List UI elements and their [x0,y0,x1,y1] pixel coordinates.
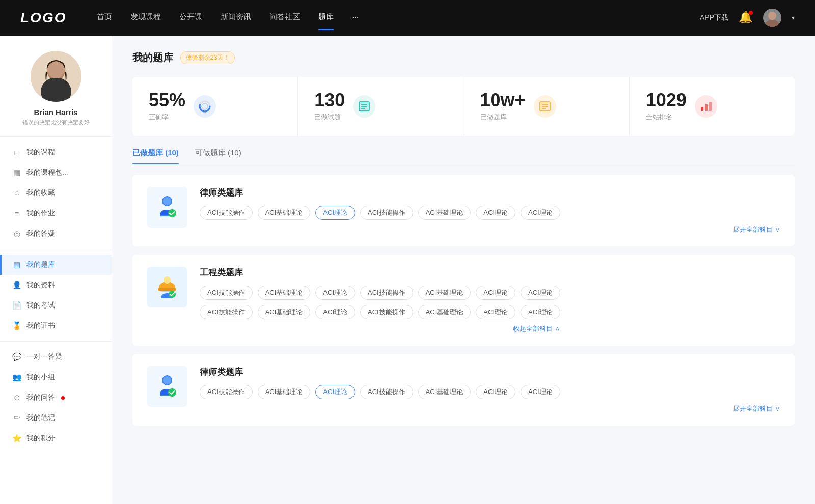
sidebar-item-exam[interactable]: 📄 我的考试 [0,295,112,316]
tab-done-banks[interactable]: 已做题库 (10) [132,148,179,164]
nav-open-course[interactable]: 公开课 [179,12,202,24]
nav-qbank[interactable]: 题库 [318,12,334,24]
sidebar-item-course-pack[interactable]: ▦ 我的课程包... [0,162,112,183]
bank-tag[interactable]: ACI理论 [521,206,560,220]
sidebar-item-qa[interactable]: ◎ 我的答疑 [0,223,112,244]
notification-bell[interactable]: 🔔 [739,11,753,25]
bank-tag[interactable]: ACI基础理论 [418,305,471,319]
sidebar-item-label-qbank: 我的题库 [26,260,55,269]
bank-tag[interactable]: ACI基础理论 [418,206,471,220]
tabs: 已做题库 (10) 可做题库 (10) [132,148,795,164]
profile-icon: 👤 [12,281,21,290]
myqa-icon: ⊙ [12,393,21,402]
svg-point-23 [163,197,171,205]
sidebar-item-homework[interactable]: ≡ 我的作业 [0,203,112,223]
bank-tag[interactable]: ACI基础理论 [258,385,311,399]
bank-expand-engineer[interactable]: 收起全部科目 ∧ [200,324,560,333]
bank-tag[interactable]: ACI理论 [521,385,560,399]
app-download-button[interactable]: APP下载 [700,13,728,22]
stat-value-done-q: 130 [314,91,345,109]
bank-tag[interactable]: ACI技能操作 [360,286,413,300]
star-icon: ☆ [12,188,21,198]
nav-qa[interactable]: 问答社区 [269,12,300,24]
points-icon: ⭐ [12,434,21,443]
list-icon [358,100,371,113]
sidebar-item-cert[interactable]: 🏅 我的证书 [0,316,112,336]
sidebar-item-label-1to1: 一对一答疑 [26,352,62,361]
sidebar-divider-1 [0,136,112,137]
bank-tag[interactable]: ACI理论 [476,385,515,399]
bank-name-lawyer-2: 律师类题库 [200,366,780,378]
bank-tag[interactable]: ACI技能操作 [360,305,413,319]
sidebar-item-favorites[interactable]: ☆ 我的收藏 [0,183,112,203]
bank-tag[interactable]: ACI理论 [521,286,560,300]
sidebar-item-1to1[interactable]: 💬 一对一答疑 [0,347,112,367]
stat-label-done-b: 已做题库 [480,113,526,122]
stat-ranking: 1029 全站排名 [630,77,795,136]
bank-tag[interactable]: ACI理论 [315,286,355,300]
bank-icon-lawyer-2 [147,366,187,407]
course-pack-icon: ▦ [12,168,21,177]
sidebar-item-label-notes: 我的笔记 [26,413,55,423]
tab-available-banks[interactable]: 可做题库 (10) [195,148,241,164]
bank-expand-lawyer-2[interactable]: 展开全部科目 ∨ [200,404,780,413]
bank-tag[interactable]: ACI理论 [315,305,355,319]
donut-chart-icon [198,99,212,114]
main-layout: Brian Harris 错误的决定比没有决定要好 □ 我的课程 ▦ 我的课程包… [0,36,815,504]
nav-news[interactable]: 新闻资讯 [221,12,251,24]
bank-tag[interactable]: ACI基础理论 [258,206,311,220]
bank-tag[interactable]: ACI理论 [476,286,515,300]
lawyer-icon [153,193,181,221]
sidebar-item-points[interactable]: ⭐ 我的积分 [0,428,112,449]
1to1-icon: 💬 [12,352,21,361]
homework-icon: ≡ [12,209,21,218]
user-motto: 错误的决定比没有决定要好 [22,119,90,126]
bank-tag[interactable]: ACI技能操作 [200,305,253,319]
user-avatar[interactable] [763,9,781,27]
bank-info-lawyer-1: 律师类题库 ACI技能操作 ACI基础理论 ACI理论 ACI技能操作 ACI基… [200,187,780,234]
svg-point-0 [768,12,776,20]
sidebar-item-qbank[interactable]: ▤ 我的题库 [0,255,112,275]
stat-value-rank: 1029 [646,91,687,109]
bank-tag[interactable]: ACI基础理论 [258,305,311,319]
bank-expand-lawyer-1[interactable]: 展开全部科目 ∨ [200,225,780,234]
bank-tag[interactable]: ACI理论 [521,305,560,319]
bank-card-lawyer-2: 律师类题库 ACI技能操作 ACI基础理论 ACI理论 ACI技能操作 ACI基… [132,354,795,426]
sidebar-item-myqa[interactable]: ⊙ 我的问答 [0,387,112,408]
stat-label-rank: 全站排名 [646,113,687,122]
nav-more[interactable]: ··· [352,12,359,24]
sidebar-item-profile[interactable]: 👤 我的资料 [0,275,112,295]
sidebar-item-course[interactable]: □ 我的课程 [0,142,112,162]
engineer-icon [153,273,181,301]
sidebar-menu: □ 我的课程 ▦ 我的课程包... ☆ 我的收藏 ≡ 我的作业 ◎ 我的答疑 ▤ [0,142,112,449]
notes-icon: ✏ [12,413,21,423]
bank-tag[interactable]: ACI基础理论 [418,286,471,300]
stat-label-correct: 正确率 [149,113,185,122]
nav-home[interactable]: 首页 [97,12,112,24]
notification-dot [749,11,753,15]
bank-tag[interactable]: ACI基础理论 [258,286,311,300]
bank-tag[interactable]: ACI技能操作 [200,206,253,220]
bank-tag[interactable]: ACI基础理论 [418,385,471,399]
bank-tag[interactable]: ACI技能操作 [360,385,413,399]
page-header: 我的题库 体验剩余23天！ [132,51,795,65]
svg-rect-19 [701,107,703,111]
bank-tag[interactable]: ACI理论 [476,206,515,220]
bank-tag-active[interactable]: ACI理论 [315,385,355,399]
logo: LOGO [20,10,66,26]
bank-tags-engineer-row1: ACI技能操作 ACI基础理论 ACI理论 ACI技能操作 ACI基础理论 AC… [200,286,560,300]
bank-tag[interactable]: ACI技能操作 [200,286,253,300]
bank-tag[interactable]: ACI技能操作 [360,206,413,220]
bank-tag[interactable]: ACI理论 [476,305,515,319]
bank-tag-active[interactable]: ACI理论 [315,206,355,220]
main-content: 我的题库 体验剩余23天！ 55% 正确率 [112,36,815,504]
stat-text-rank: 1029 全站排名 [646,91,687,122]
sidebar-item-label-homework: 我的作业 [26,209,55,218]
sidebar-item-label-course: 我的课程 [26,148,55,157]
sidebar-item-group[interactable]: 👥 我的小组 [0,367,112,387]
user-menu-chevron[interactable]: ▾ [792,14,795,21]
sidebar-item-label-myqa: 我的问答 [26,393,55,402]
nav-discover[interactable]: 发现课程 [130,12,161,24]
bank-tag[interactable]: ACI技能操作 [200,385,253,399]
sidebar-item-notes[interactable]: ✏ 我的笔记 [0,408,112,428]
